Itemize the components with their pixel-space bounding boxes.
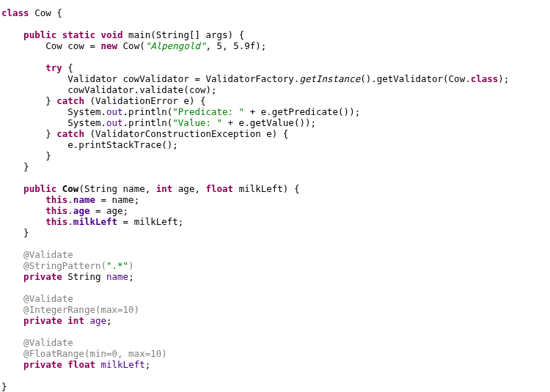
keyword-class: class <box>1 7 29 18</box>
code-block: class Cow { public static void main(Stri… <box>1 7 509 392</box>
